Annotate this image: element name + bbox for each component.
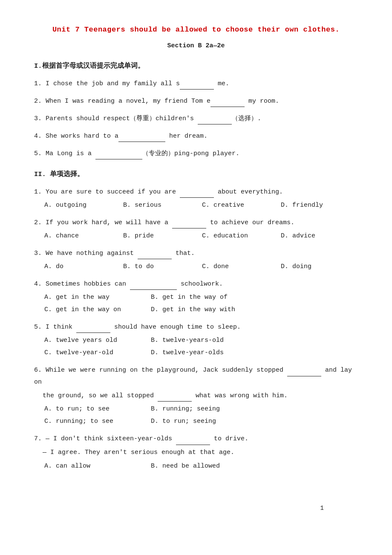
- q6-text-line2: the ground, so we all stopped what was w…: [43, 390, 358, 402]
- q6-optB: B. running; seeing: [151, 403, 257, 415]
- q2-text: 2. If you work hard, we will have a to a…: [34, 217, 358, 228]
- q6-optA: A. to run; to see: [44, 403, 151, 415]
- q5-optB: B. twelve-years-old: [151, 335, 257, 346]
- part1-q3: 3. Parents should respect（尊重）children's …: [34, 113, 358, 124]
- q3-optD: D. doing: [281, 261, 360, 272]
- part2-q4: 4. Sometimes hobbies can schoolwork. A. …: [34, 278, 358, 315]
- q4-optB: B. get in the way of: [151, 292, 257, 303]
- part1-q1: 1. I chose the job and my family all s m…: [34, 78, 358, 90]
- part2-q5: 5. I think should have enough time to sl…: [34, 321, 358, 358]
- q6-optC: C. running; to see: [44, 416, 151, 427]
- page-wrapper: Unit 7 Teenagers should be allowed to ch…: [34, 26, 358, 529]
- q3-optB: B. to do: [123, 261, 202, 272]
- q2-text-before: 2. When I was reading a novel, my friend…: [34, 98, 210, 105]
- q6-options-row1: A. to run; to see B. running; seeing: [44, 403, 358, 415]
- q5-optA: A. twelve years old: [44, 335, 151, 346]
- q1-options: A. outgoing B. serious C. creative D. fr…: [44, 199, 358, 211]
- page-title: Unit 7 Teenagers should be allowed to ch…: [34, 26, 358, 34]
- q3-text-before: 3. Parents should respect（尊重）children's: [34, 115, 198, 122]
- part1-heading: I.根据首字母或汉语提示完成单词。: [34, 61, 358, 70]
- part1-q2: 2. When I was reading a novel, my friend…: [34, 95, 358, 107]
- q2-optA: A. chance: [44, 230, 123, 242]
- q7-optB: B. need be allowed: [151, 460, 257, 472]
- q5-text-after: （专业的）ping-pong player.: [142, 150, 239, 157]
- q5-optD: D. twelve-year-olds: [151, 347, 257, 358]
- q7-optA: A. can allow: [44, 460, 151, 472]
- q2-optC: C. education: [202, 230, 281, 242]
- q2-optB: B. pride: [123, 230, 202, 242]
- q1-text-before: 1. I chose the job and my family all s: [34, 80, 180, 87]
- page-number: 1: [320, 505, 324, 512]
- part2-q3: 3. We have nothing against that. A. do B…: [34, 248, 358, 272]
- q2-text-after: my room.: [245, 98, 279, 105]
- q4-text-after: her dream.: [165, 133, 208, 140]
- q5-optC: C. twelve-year-old: [44, 347, 151, 358]
- q3-optC: C. done: [202, 261, 281, 272]
- q2-options: A. chance B. pride C. education D. advic…: [44, 230, 358, 242]
- q7-text-line1: 7. — I don't think sixteen-year-olds to …: [34, 433, 358, 445]
- q1-text-after: me.: [214, 80, 229, 87]
- q3-blank: [198, 118, 232, 124]
- q5-options-row2: C. twelve-year-old D. twelve-year-olds: [44, 347, 358, 358]
- q1-optD: D. friendly: [281, 199, 360, 211]
- part2-heading: II. 单项选择。: [34, 170, 358, 179]
- q6-optD: D. to run; seeing: [151, 416, 257, 427]
- q2-blank: [210, 100, 245, 107]
- section-title: Section B 2a—2e: [34, 42, 358, 49]
- q4-optD: D. get in the way with: [151, 304, 257, 315]
- q4-optA: A. get in the way: [44, 292, 151, 303]
- q4-options-row2: C. get in the way on D. get in the way w…: [44, 304, 358, 315]
- q1-optB: B. serious: [123, 199, 202, 211]
- part2-q7: 7. — I don't think sixteen-year-olds to …: [34, 433, 358, 472]
- q5-text: 5. I think should have enough time to sl…: [34, 321, 358, 333]
- q3-text: 3. We have nothing against that.: [34, 248, 358, 259]
- q2-optD: D. advice: [281, 230, 360, 242]
- q1-optA: A. outgoing: [44, 199, 123, 211]
- part1-q4: 4. She works hard to a her dream.: [34, 130, 358, 142]
- part2: II. 单项选择。 1. You are sure to succeed if …: [34, 170, 358, 472]
- q4-text-before: 4. She works hard to a: [34, 133, 118, 140]
- q3-options: A. do B. to do C. done D. doing: [44, 261, 358, 272]
- q7-options-row1: A. can allow B. need be allowed: [44, 460, 358, 472]
- q5-blank: [95, 153, 142, 159]
- part1-q5: 5. Ma Long is a （专业的）ping-pong player.: [34, 148, 358, 159]
- q6-options-row2: C. running; to see D. to run; seeing: [44, 416, 358, 427]
- q5-options-row1: A. twelve years old B. twelve-years-old: [44, 335, 358, 346]
- q3-text-after: （选择）.: [232, 115, 261, 122]
- q4-blank: [118, 135, 165, 142]
- q4-text: 4. Sometimes hobbies can schoolwork.: [34, 278, 358, 290]
- q4-optC: C. get in the way on: [44, 304, 151, 315]
- part2-q2: 2. If you work hard, we will have a to a…: [34, 217, 358, 242]
- q3-optA: A. do: [44, 261, 123, 272]
- q1-optC: C. creative: [202, 199, 281, 211]
- part2-q6: 6. While we were running on the playgrou…: [34, 364, 358, 427]
- q1-blank: [180, 83, 214, 90]
- q4-options-row1: A. get in the way B. get in the way of: [44, 292, 358, 303]
- q6-text-line1: 6. While we were running on the playgrou…: [34, 364, 358, 388]
- q5-text-before: 5. Ma Long is a: [34, 150, 95, 157]
- q1-text: 1. You are sure to succeed if you are ab…: [34, 186, 358, 198]
- q7-text-line2: — I agree. They aren't serious enough at…: [43, 447, 358, 459]
- part2-q1: 1. You are sure to succeed if you are ab…: [34, 186, 358, 211]
